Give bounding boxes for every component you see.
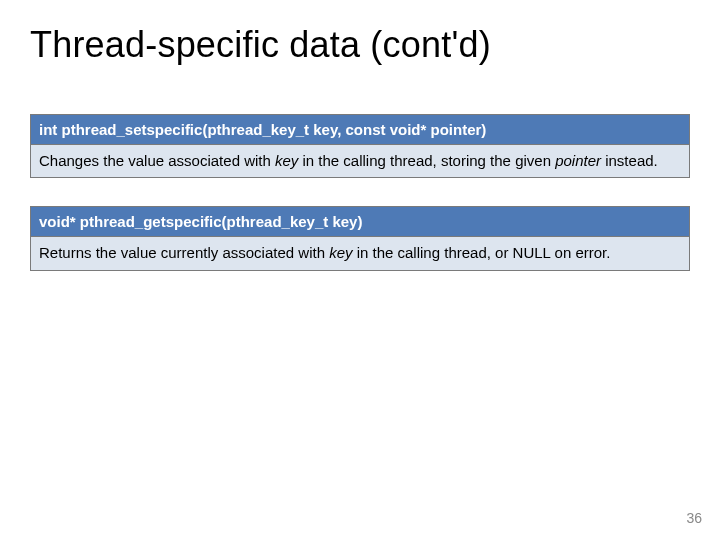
desc-text: Returns the value currently associated w… (39, 244, 329, 261)
desc-text: Changes the value associated with (39, 152, 275, 169)
function-description: Changes the value associated with key in… (31, 145, 689, 177)
desc-emphasis: key (275, 152, 298, 169)
desc-text: instead. (601, 152, 658, 169)
slide-title: Thread-specific data (cont'd) (30, 24, 690, 66)
api-block-getspecific: void* pthread_getspecific(pthread_key_t … (30, 206, 690, 270)
api-block-setspecific: int pthread_setspecific(pthread_key_t ke… (30, 114, 690, 178)
page-number: 36 (686, 510, 702, 526)
function-description: Returns the value currently associated w… (31, 237, 689, 269)
desc-emphasis: key (329, 244, 352, 261)
function-signature: int pthread_setspecific(pthread_key_t ke… (31, 115, 689, 145)
desc-text: in the calling thread, or NULL on error. (353, 244, 611, 261)
slide: Thread-specific data (cont'd) int pthrea… (0, 0, 720, 540)
desc-text: in the calling thread, storing the given (298, 152, 555, 169)
desc-emphasis: pointer (555, 152, 601, 169)
function-signature: void* pthread_getspecific(pthread_key_t … (31, 207, 689, 237)
